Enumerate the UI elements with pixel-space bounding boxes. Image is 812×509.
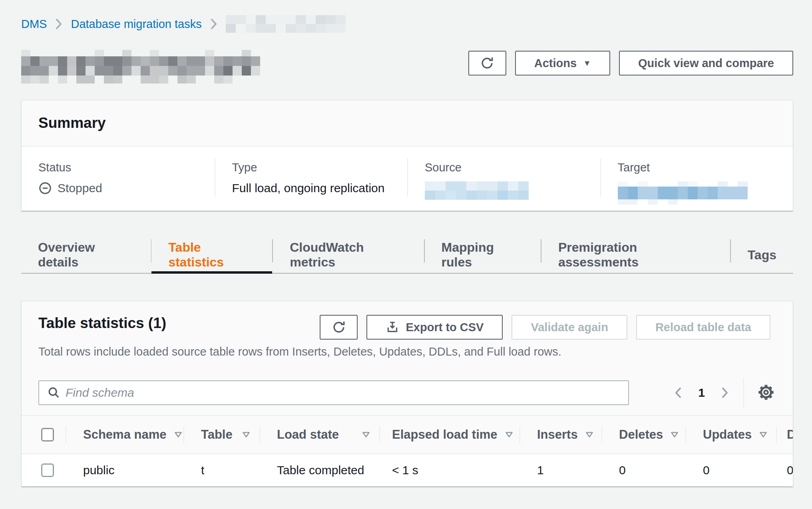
cell-inserts: 1: [520, 454, 602, 486]
table-header-row: Schema name Table Load state Elapsed loa…: [22, 415, 793, 453]
source-link-redacted[interactable]: [425, 181, 588, 200]
source-label: Source: [425, 161, 588, 174]
sort-icon[interactable]: [670, 427, 679, 442]
summary-field-source: Source: [407, 159, 600, 197]
summary-body: Status Stopped Type Full load, ongoing r…: [22, 147, 793, 211]
table-statistics-actions: Export to CSV Validate again Reload tabl…: [320, 315, 770, 340]
page-title-redacted: [21, 50, 260, 84]
table-settings-button[interactable]: [756, 382, 776, 404]
sort-icon[interactable]: [585, 427, 594, 442]
cell-deletes: 0: [602, 454, 686, 486]
tab-overview-details[interactable]: Overview details: [21, 237, 151, 273]
refresh-button[interactable]: [468, 51, 506, 76]
summary-field-status: Status Stopped: [22, 159, 215, 197]
select-all-checkbox[interactable]: [41, 428, 54, 441]
export-csv-label: Export to CSV: [406, 321, 484, 334]
sort-icon[interactable]: [505, 427, 513, 442]
column-header-load-state[interactable]: Load state: [260, 416, 380, 453]
column-header-deletes[interactable]: Deletes: [602, 416, 686, 453]
pagination: 1: [673, 378, 776, 408]
cell-table: t: [184, 454, 260, 486]
status-label: Status: [38, 161, 203, 174]
table-refresh-button[interactable]: [320, 315, 358, 340]
column-header-table[interactable]: Table: [184, 416, 260, 453]
cell-load-state: Table completed: [260, 454, 380, 486]
find-schema-input[interactable]: [38, 380, 629, 405]
target-label: Target: [618, 161, 781, 174]
type-value: Full load, ongoing replication: [232, 181, 396, 195]
status-text: Stopped: [58, 181, 102, 195]
chevron-right-icon: [55, 18, 63, 30]
tab-mapping-rules[interactable]: Mapping rules: [425, 237, 541, 273]
column-header-ddls[interactable]: DDLs: [777, 416, 793, 453]
pagination-divider: [743, 378, 744, 408]
tab-cloudwatch-metrics[interactable]: CloudWatch metrics: [273, 237, 424, 273]
sort-icon[interactable]: [759, 427, 768, 442]
quick-view-compare-button[interactable]: Quick view and compare: [619, 51, 793, 76]
cell-elapsed-load-time: < 1 s: [380, 454, 520, 486]
breadcrumb-link-dms[interactable]: DMS: [21, 18, 47, 31]
search-icon: [47, 386, 61, 401]
validate-again-button[interactable]: Validate again: [511, 315, 627, 340]
sort-icon[interactable]: [362, 427, 370, 442]
tab-premigration-assessments[interactable]: Premigration assessments: [541, 237, 730, 273]
column-header-schema-name[interactable]: Schema name: [66, 416, 184, 453]
summary-title: Summary: [38, 115, 106, 131]
refresh-icon: [479, 55, 495, 71]
schema-search: [38, 380, 629, 405]
breadcrumb: DMS Database migration tasks: [21, 15, 793, 33]
table-statistics-description: Total rows include loaded source table r…: [22, 340, 793, 358]
sort-icon[interactable]: [174, 427, 183, 442]
task-tabs: Overview details Table statistics CloudW…: [21, 237, 793, 274]
download-icon: [386, 320, 399, 334]
stopped-circle-minus-icon: [38, 181, 52, 195]
actions-button-label: Actions: [534, 57, 577, 70]
type-label: Type: [232, 161, 396, 174]
previous-page-button[interactable]: [673, 386, 684, 400]
cell-ddls: 0: [777, 454, 793, 486]
summary-field-type: Type Full load, ongoing replication: [215, 159, 408, 197]
actions-button[interactable]: Actions ▼: [515, 51, 610, 76]
chevron-right-icon: [210, 18, 218, 30]
gear-icon: [756, 382, 776, 404]
target-link-redacted[interactable]: [618, 181, 781, 205]
summary-field-target: Target: [600, 159, 793, 197]
summary-header: Summary: [22, 100, 793, 147]
table-statistics-header-area: Table statistics (1) Export to CSV Valid…: [22, 301, 793, 415]
dms-task-page: DMS Database migration tasks Actions ▼ Q…: [0, 0, 812, 509]
cell-updates: 0: [686, 454, 777, 486]
status-value: Stopped: [38, 181, 203, 195]
breadcrumb-link-tasks[interactable]: Database migration tasks: [71, 18, 201, 31]
cell-schema-name: public: [66, 454, 184, 486]
table-row[interactable]: public t Table completed < 1 s 1 0 0 0: [22, 453, 793, 486]
table-statistics-panel: Table statistics (1) Export to CSV Valid…: [21, 301, 793, 487]
caret-down-icon: ▼: [583, 59, 591, 68]
current-page-number[interactable]: 1: [698, 386, 705, 400]
row-checkbox[interactable]: [41, 463, 54, 477]
refresh-icon: [331, 319, 347, 335]
page-header-actions: Actions ▼ Quick view and compare: [468, 51, 793, 76]
summary-panel: Summary Status Stopped Type Full load, o…: [21, 100, 793, 211]
tab-table-statistics[interactable]: Table statistics: [151, 237, 272, 273]
reload-table-data-button[interactable]: Reload table data: [636, 315, 770, 340]
export-csv-button[interactable]: Export to CSV: [366, 315, 503, 340]
table-statistics-table: Schema name Table Load state Elapsed loa…: [22, 415, 793, 486]
tab-tags[interactable]: Tags: [731, 237, 793, 273]
table-tools-row: 1: [22, 358, 793, 415]
column-header-updates[interactable]: Updates: [686, 416, 777, 453]
sort-icon[interactable]: [242, 427, 251, 442]
page-header: Actions ▼ Quick view and compare: [21, 51, 793, 84]
next-page-button[interactable]: [719, 386, 730, 400]
breadcrumb-current-redacted: [226, 15, 346, 33]
column-header-elapsed-load-time[interactable]: Elapsed load time: [380, 416, 520, 453]
column-header-inserts[interactable]: Inserts: [520, 416, 602, 453]
table-statistics-title: Table statistics (1): [38, 315, 166, 332]
